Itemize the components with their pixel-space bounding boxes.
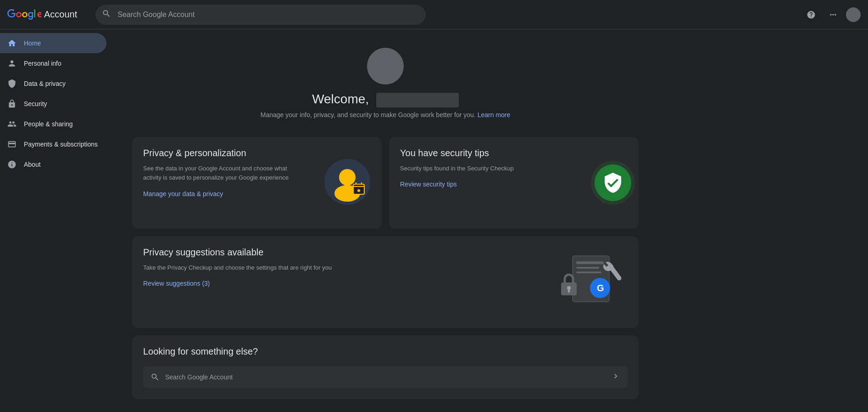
lock-icon	[7, 99, 17, 108]
user-avatar-large	[367, 48, 404, 85]
person-icon	[7, 59, 17, 68]
user-greeting: Welcome, Manage your info, privacy, and …	[132, 48, 639, 119]
privacy-card-title: Privacy & personalization	[143, 148, 302, 158]
suggestions-card-description: Take the Privacy Checkup and choose the …	[143, 263, 458, 273]
security-card-link[interactable]: Review security tips	[400, 181, 457, 188]
svg-rect-6	[576, 261, 604, 264]
sidebar-label-payments: Payments & subscriptions	[24, 141, 98, 148]
svg-point-1	[339, 169, 356, 186]
avatar[interactable]	[846, 7, 861, 22]
app-body: Home Personal info Data & privacy	[0, 29, 868, 412]
svg-rect-13	[568, 289, 570, 293]
privacy-personalization-card: Privacy & personalization See the data i…	[132, 137, 382, 229]
google-logo-icon	[7, 9, 41, 20]
privacy-suggestions-card: Privacy suggestions available Take the P…	[132, 236, 639, 328]
search-bar[interactable]	[95, 5, 426, 25]
suggestions-illustration: G	[536, 251, 628, 313]
sidebar-item-security[interactable]: Security	[0, 94, 106, 114]
people-icon	[7, 119, 17, 129]
security-tips-card: You have security tips Security tips fou…	[389, 137, 639, 229]
sidebar: Home Personal info Data & privacy	[0, 29, 110, 412]
sidebar-label-about: About	[24, 161, 41, 168]
sidebar-item-payments[interactable]: Payments & subscriptions	[0, 134, 106, 154]
sidebar-item-people-sharing[interactable]: People & sharing	[0, 114, 106, 134]
user-name-placeholder	[376, 93, 459, 107]
svg-rect-7	[576, 267, 599, 269]
data-privacy-icon	[7, 79, 17, 88]
security-card-title: You have security tips	[400, 148, 559, 158]
sidebar-item-home[interactable]: Home	[0, 33, 106, 53]
help-button[interactable]	[802, 6, 820, 24]
header-title: Account	[44, 9, 77, 20]
search-input[interactable]	[95, 5, 426, 25]
cards-grid: Privacy & personalization See the data i…	[132, 137, 639, 328]
privacy-card-link[interactable]: Manage your data & privacy	[143, 190, 223, 198]
looking-search-bar[interactable]: Search Google Account	[143, 366, 628, 388]
sidebar-item-personal-info[interactable]: Personal info	[0, 53, 106, 73]
apps-button[interactable]	[824, 6, 842, 24]
arrow-right-icon	[611, 372, 620, 383]
learn-more-link[interactable]: Learn more	[478, 111, 511, 119]
credit-card-icon	[7, 140, 17, 149]
sidebar-label-personal-info: Personal info	[24, 60, 61, 67]
sidebar-label-people-sharing: People & sharing	[24, 120, 73, 128]
sidebar-label-security: Security	[24, 100, 47, 107]
svg-point-4	[357, 189, 360, 192]
welcome-heading: Welcome,	[132, 92, 639, 107]
looking-search-text: Search Google Account	[165, 373, 606, 381]
sidebar-item-about[interactable]: About	[0, 154, 106, 175]
svg-text:G: G	[597, 283, 604, 293]
privacy-illustration	[322, 157, 373, 209]
suggestions-card-title: Privacy suggestions available	[143, 247, 482, 258]
subtitle-text: Manage your info, privacy, and security …	[132, 111, 639, 119]
security-shield-illustration	[595, 164, 631, 201]
search-icon	[102, 9, 111, 20]
header: Account	[0, 0, 868, 29]
header-actions	[802, 6, 861, 24]
security-card-content: You have security tips Security tips fou…	[400, 148, 628, 189]
google-account-logo[interactable]: Account	[7, 9, 77, 20]
sidebar-item-data-privacy[interactable]: Data & privacy	[0, 73, 106, 94]
sidebar-label-home: Home	[24, 40, 41, 47]
info-icon	[7, 160, 17, 169]
svg-rect-8	[576, 271, 601, 273]
looking-title: Looking for something else?	[143, 346, 628, 357]
main-content: Welcome, Manage your info, privacy, and …	[110, 29, 661, 412]
home-icon	[7, 39, 17, 48]
sidebar-label-data-privacy: Data & privacy	[24, 80, 66, 87]
looking-search-icon	[150, 372, 160, 382]
suggestions-card-link[interactable]: Review suggestions (3)	[143, 280, 210, 287]
shield-check-icon	[595, 164, 631, 201]
security-card-description: Security tips found in the Security Chec…	[400, 164, 548, 174]
privacy-card-description: See the data in your Google Account and …	[143, 164, 291, 183]
looking-for-card: Looking for something else? Search Googl…	[132, 335, 639, 399]
